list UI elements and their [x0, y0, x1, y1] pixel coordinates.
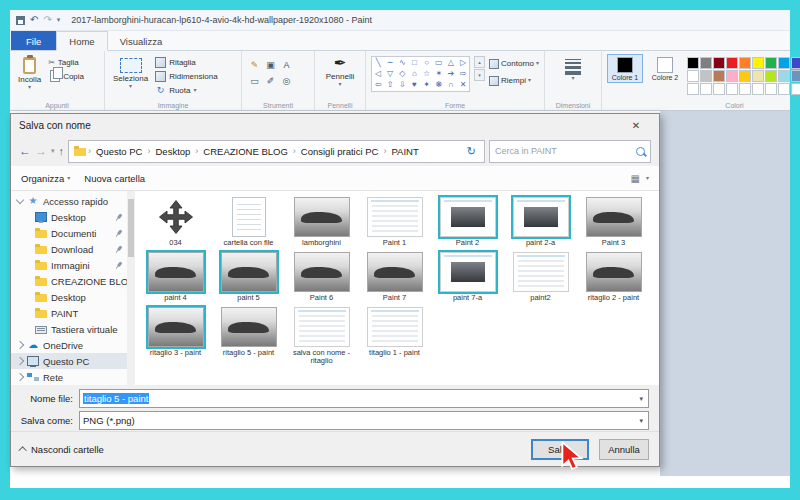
pencil-tool-icon[interactable]: ✎ [247, 57, 262, 72]
tab-visualizza[interactable]: Visualizza [108, 31, 175, 50]
chevron-down-icon[interactable]: ▾ [635, 395, 647, 403]
forward-button[interactable]: → [35, 145, 47, 157]
breadcrumb-segment[interactable]: Consigli pratici PC [298, 146, 382, 157]
file-item[interactable]: paint 4 [139, 252, 212, 302]
file-item[interactable]: Paint 6 [285, 252, 358, 302]
shape-icon[interactable]: ⇧ [384, 80, 396, 90]
text-tool-icon[interactable]: A [279, 57, 294, 72]
shape-icon[interactable]: □ [408, 58, 420, 68]
palette-swatch[interactable] [713, 57, 725, 69]
resize-button[interactable]: Ridimensiona [155, 70, 217, 82]
magnifier-tool-icon[interactable]: ◎ [279, 73, 294, 88]
palette-swatch[interactable] [726, 70, 738, 82]
shape-icon[interactable]: ⇨ [457, 69, 469, 79]
hide-folders-button[interactable]: Nascondi cartelle [21, 444, 104, 455]
view-dropdown-icon[interactable] [646, 176, 649, 181]
palette-swatch[interactable] [687, 57, 699, 69]
size-button[interactable] [562, 54, 584, 82]
shapes-scroll-up-button[interactable]: ▴ [474, 56, 485, 68]
palette-swatch[interactable] [778, 83, 790, 95]
sidebar-item-desktop-2[interactable]: Desktop [11, 289, 127, 305]
copy-button[interactable]: Copia [48, 70, 84, 82]
palette-swatch[interactable] [739, 57, 751, 69]
sidebar-item-documenti[interactable]: Documenti [11, 225, 127, 241]
sidebar-item-immagini[interactable]: Immagini [11, 257, 127, 273]
palette-swatch[interactable] [778, 57, 790, 69]
undo-icon[interactable]: ↶ [30, 15, 38, 25]
paste-button[interactable]: Incolla [15, 54, 44, 91]
shape-icon[interactable]: ⇦ [372, 80, 384, 90]
palette-swatch[interactable] [752, 70, 764, 82]
up-button[interactable]: ↑ [59, 145, 65, 157]
breadcrumb-segment[interactable]: Questo PC [93, 146, 145, 157]
palette-swatch[interactable] [713, 70, 725, 82]
shape-icon[interactable]: ➔ [445, 69, 457, 79]
expander-icon[interactable] [16, 341, 24, 349]
sidebar-item-creazione-blog[interactable]: CREAZIONE BLO [11, 273, 127, 289]
palette-swatch[interactable] [752, 57, 764, 69]
save-icon[interactable] [16, 16, 25, 25]
file-item[interactable]: paint 2-a [504, 197, 577, 247]
palette-swatch[interactable] [765, 70, 777, 82]
file-item[interactable]: Paint 2 [431, 197, 504, 247]
filename-input[interactable]: titaglio 5 - paint ▾ [79, 389, 649, 408]
organize-button[interactable]: Organizza [21, 173, 70, 184]
file-item[interactable]: ritaglio 3 - paint [139, 307, 212, 365]
cancel-button[interactable]: Annulla [599, 439, 649, 460]
file-item[interactable]: Paint 1 [358, 197, 431, 247]
color2-button[interactable]: Colore 2 [647, 54, 683, 83]
tab-file[interactable]: File [11, 31, 56, 50]
shape-icon[interactable]: ▭ [433, 58, 445, 68]
file-item[interactable]: paint2 [504, 252, 577, 302]
picker-tool-icon[interactable]: ✐ [263, 73, 278, 88]
sidebar-item-questo-pc[interactable]: Questo PC [11, 353, 127, 369]
sidebar-item-paint[interactable]: PAINT [11, 305, 127, 321]
shape-icon[interactable]: ☆ [421, 69, 433, 79]
palette-swatch[interactable] [752, 83, 764, 95]
file-item[interactable]: ritaglio 5 - paint [212, 307, 285, 365]
refresh-icon[interactable]: ↻ [464, 145, 479, 158]
view-toggle-button[interactable]: ▦ [631, 173, 640, 184]
expander-icon[interactable] [16, 373, 24, 381]
close-icon[interactable]: ✕ [621, 120, 651, 131]
file-item[interactable]: paint 7-a [431, 252, 504, 302]
sidebar-item-tastiera-virtuale[interactable]: Tastiera virtuale [11, 321, 127, 337]
eraser-tool-icon[interactable]: ▭ [247, 73, 262, 88]
shapes-scroll-down-button[interactable]: ▾ [474, 69, 485, 81]
select-button[interactable]: Seleziona [110, 54, 151, 90]
shape-icon[interactable]: ◁ [372, 69, 384, 79]
shape-icon[interactable]: ♥ [408, 80, 420, 90]
dialog-title-bar[interactable]: Salva con nome ✕ [11, 114, 659, 136]
breadcrumb-segment[interactable]: CREAZIONE BLOG [200, 146, 290, 157]
search-input[interactable]: Cerca in PAINT [489, 140, 651, 163]
recent-locations-dropdown-icon[interactable]: ▾ [51, 147, 55, 155]
palette-swatch[interactable] [778, 70, 790, 82]
file-item[interactable]: titaglio 1 - paint [358, 307, 431, 365]
file-item[interactable]: Paint 3 [577, 197, 650, 247]
breadcrumb[interactable]: › Questo PC › Desktop › CREAZIONE BLOG ›… [68, 140, 485, 163]
rotate-button[interactable]: ↻ Ruota [155, 84, 217, 96]
palette-swatch[interactable] [700, 57, 712, 69]
shape-icon[interactable]: ▷ [457, 58, 469, 68]
shape-icon[interactable]: ❋ [433, 80, 445, 90]
quick-access-dropdown-icon[interactable]: ▾ [57, 16, 61, 24]
filetype-select[interactable]: PNG (*.png) ▾ [79, 411, 649, 430]
shape-icon[interactable]: ✕ [457, 80, 469, 90]
shape-icon[interactable]: △ [445, 58, 457, 68]
file-item[interactable]: 034 [139, 197, 212, 247]
palette-swatch[interactable] [687, 83, 699, 95]
file-item[interactable]: cartella con file [212, 197, 285, 247]
new-folder-button[interactable]: Nuova cartella [84, 173, 145, 184]
file-item[interactable]: lamborghini [285, 197, 358, 247]
expander-icon[interactable] [16, 357, 24, 365]
expander-icon[interactable] [16, 196, 24, 204]
tab-home[interactable]: Home [56, 31, 107, 51]
back-button[interactable]: ← [19, 145, 31, 157]
palette-swatch[interactable] [765, 83, 777, 95]
fill-tool-icon[interactable]: ▣ [263, 57, 278, 72]
file-item[interactable]: salva con nome - ritaglio [285, 307, 358, 365]
crop-button[interactable]: Ritaglia [155, 56, 217, 68]
brushes-button[interactable]: ✒ Pennelli [323, 54, 357, 88]
palette-swatch[interactable] [739, 70, 751, 82]
palette-swatch[interactable] [726, 83, 738, 95]
